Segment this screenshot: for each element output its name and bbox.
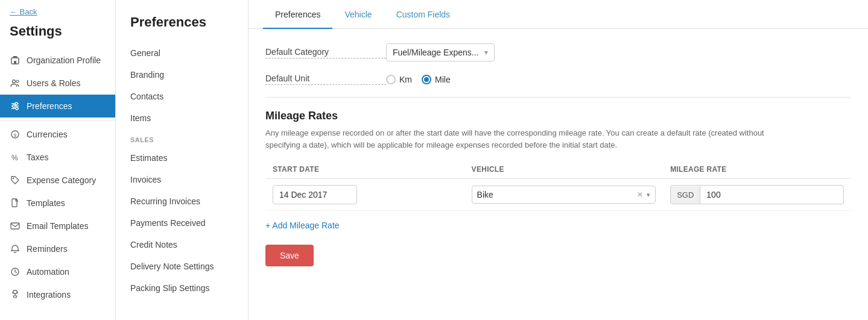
sidebar-item-label: Automation bbox=[27, 267, 69, 277]
sliders-icon bbox=[10, 101, 21, 111]
tab-preferences[interactable]: Preferences bbox=[263, 0, 332, 29]
tab-vehicle[interactable]: Vehicle bbox=[332, 0, 384, 29]
table-header-row: START DATE VEHICLE MILEAGE RATE bbox=[265, 160, 851, 179]
svg-rect-15 bbox=[11, 223, 19, 229]
currency-label: SGD bbox=[671, 186, 700, 204]
sidebar-item-label: Organization Profile bbox=[27, 55, 101, 65]
mileage-rates-title: Mileage Rates bbox=[265, 110, 851, 122]
svg-rect-14 bbox=[12, 199, 17, 207]
sidebar-item-label: Templates bbox=[27, 198, 65, 208]
sidebar-item-label: Integrations bbox=[27, 290, 71, 300]
svg-point-2 bbox=[13, 80, 16, 83]
middle-nav-invoices[interactable]: Invoices bbox=[116, 169, 248, 190]
default-category-row: Default Category Fuel/Mileage Expens... … bbox=[265, 43, 851, 61]
percent-icon: % bbox=[10, 152, 21, 163]
sidebar-item-email-templates[interactable]: Email Templates bbox=[0, 215, 115, 237]
sidebar-title: Settings bbox=[0, 21, 115, 49]
middle-panel: Preferences General Branding Contacts It… bbox=[116, 0, 249, 320]
vehicle-clear-icon[interactable]: ✕ bbox=[636, 190, 644, 199]
radio-mile-circle bbox=[422, 75, 431, 84]
mileage-rates-table: START DATE VEHICLE MILEAGE RATE Bike bbox=[265, 160, 851, 211]
tab-custom-fields[interactable]: Custom Fields bbox=[384, 0, 462, 29]
sidebar: ← Back Settings Organization Profile Use… bbox=[0, 0, 116, 320]
default-unit-row: Default Unit Km Mile bbox=[265, 74, 851, 85]
sidebar-item-label: Currencies bbox=[27, 130, 68, 139]
sales-section-label: SALES bbox=[116, 129, 248, 147]
sidebar-item-preferences[interactable]: Preferences bbox=[0, 95, 115, 118]
sidebar-item-reminders[interactable]: Reminders bbox=[0, 237, 115, 260]
svg-text:%: % bbox=[11, 154, 18, 162]
default-category-control: Fuel/Mileage Expens... ▾ bbox=[386, 43, 495, 61]
svg-rect-17 bbox=[13, 290, 17, 293]
radio-mile[interactable]: Mile bbox=[422, 75, 451, 84]
table-cell-vehicle: Bike ✕ ▾ bbox=[464, 179, 664, 211]
middle-nav-estimates[interactable]: Estimates bbox=[116, 147, 248, 169]
middle-nav-credit-notes[interactable]: Credit Notes bbox=[116, 234, 248, 256]
middle-nav-recurring-invoices[interactable]: Recurring Invoices bbox=[116, 190, 248, 212]
building-icon bbox=[10, 55, 21, 66]
default-category-value: Fuel/Mileage Expens... bbox=[393, 48, 478, 57]
svg-rect-1 bbox=[14, 61, 16, 64]
sidebar-item-automation[interactable]: Automation bbox=[0, 260, 115, 283]
sidebar-item-label: Users & Roles bbox=[27, 78, 80, 88]
table-cell-start-date bbox=[265, 179, 464, 211]
file-icon bbox=[10, 198, 21, 209]
default-unit-control: Km Mile bbox=[386, 75, 451, 84]
save-button[interactable]: Save bbox=[265, 245, 314, 266]
plug-icon bbox=[10, 289, 21, 300]
table-row: Bike ✕ ▾ SGD bbox=[265, 179, 851, 211]
mileage-rates-desc: Any mileage expense recorded on or after… bbox=[265, 127, 784, 151]
col-mileage-rate: MILEAGE RATE bbox=[663, 160, 851, 179]
sidebar-item-users-roles[interactable]: Users & Roles bbox=[0, 72, 115, 95]
vehicle-select[interactable]: Bike ✕ ▾ bbox=[472, 186, 656, 204]
currency-input-group: SGD bbox=[670, 185, 844, 204]
svg-point-13 bbox=[13, 178, 14, 179]
sidebar-item-org-profile[interactable]: Organization Profile bbox=[0, 49, 115, 72]
radio-km[interactable]: Km bbox=[386, 75, 412, 84]
middle-nav-delivery-note[interactable]: Delivery Note Settings bbox=[116, 256, 248, 277]
radio-km-label: Km bbox=[399, 75, 412, 84]
svg-point-9 bbox=[16, 107, 18, 110]
tabs-bar: Preferences Vehicle Custom Fields bbox=[249, 0, 868, 29]
vehicle-select-inner: Bike bbox=[477, 190, 493, 199]
automation-icon bbox=[10, 266, 21, 277]
sidebar-item-taxes[interactable]: % Taxes bbox=[0, 146, 115, 169]
radio-mile-label: Mile bbox=[435, 75, 451, 84]
sidebar-item-expense-category[interactable]: Expense Category bbox=[0, 169, 115, 192]
sidebar-item-integrations[interactable]: Integrations bbox=[0, 283, 115, 306]
add-mileage-rate-link[interactable]: + Add Mileage Rate bbox=[265, 221, 851, 230]
sidebar-item-label: Preferences bbox=[27, 101, 72, 111]
main-content: Preferences Vehicle Custom Fields Defaul… bbox=[249, 0, 868, 320]
coin-icon: $ bbox=[10, 129, 21, 140]
tag-icon bbox=[10, 175, 21, 186]
sidebar-item-label: Email Templates bbox=[27, 221, 88, 231]
section-divider bbox=[265, 97, 851, 98]
middle-nav-packing-slip[interactable]: Packing Slip Settings bbox=[116, 277, 248, 299]
middle-nav-general[interactable]: General bbox=[116, 42, 248, 64]
default-category-label: Default Category bbox=[265, 47, 386, 58]
middle-nav-branding[interactable]: Branding bbox=[116, 64, 248, 86]
start-date-input[interactable] bbox=[273, 185, 357, 204]
table-cell-mileage-rate: SGD bbox=[663, 179, 851, 211]
email-icon bbox=[10, 221, 21, 231]
default-category-select[interactable]: Fuel/Mileage Expens... ▾ bbox=[386, 43, 495, 61]
middle-nav-payments-received[interactable]: Payments Received bbox=[116, 212, 248, 234]
sidebar-item-label: Reminders bbox=[27, 244, 68, 254]
middle-nav-contacts[interactable]: Contacts bbox=[116, 86, 248, 107]
radio-km-circle bbox=[386, 75, 396, 84]
bell-icon bbox=[10, 243, 21, 254]
col-vehicle: VEHICLE bbox=[464, 160, 664, 179]
users-icon bbox=[10, 78, 21, 89]
sidebar-item-templates[interactable]: Templates bbox=[0, 192, 115, 215]
sidebar-item-currencies[interactable]: $ Currencies bbox=[0, 123, 115, 146]
svg-text:$: $ bbox=[14, 133, 17, 138]
col-start-date: START DATE bbox=[265, 160, 464, 179]
middle-nav-items[interactable]: Items bbox=[116, 107, 248, 129]
svg-point-7 bbox=[13, 105, 15, 107]
back-link[interactable]: ← Back bbox=[0, 0, 115, 21]
amount-input[interactable] bbox=[700, 186, 749, 204]
chevron-down-icon: ▾ bbox=[484, 48, 488, 57]
svg-point-5 bbox=[15, 102, 17, 105]
vehicle-chevron-icon: ▾ bbox=[647, 191, 650, 199]
default-unit-label: Default Unit bbox=[265, 74, 386, 85]
